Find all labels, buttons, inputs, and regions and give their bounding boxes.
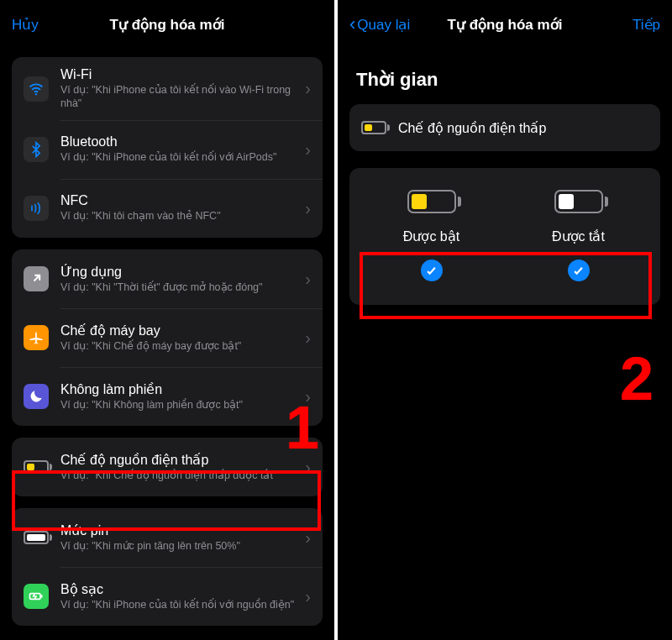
svg-point-0 [35,93,37,95]
wifi-icon [24,76,49,102]
chevron-right-icon: › [305,587,311,606]
row-subtitle: Ví dụ: "Khi iPhone của tôi kết nối với A… [60,151,300,165]
trigger-row-lowpower[interactable]: Chế độ nguồn điện thấp Ví dụ: "Khi Chế đ… [12,438,323,496]
battery-off-icon [554,190,603,213]
cancel-button[interactable]: Hủy [12,16,79,34]
row-title: Không làm phiền [60,381,300,397]
row-title: Chế độ nguồn điện thấp [398,120,648,136]
checkmark-icon [568,260,590,281]
trigger-group-modes: Ứng dụng Ví dụ: "Khi "Thời tiết" được mở… [12,249,323,426]
battery-on-icon [407,190,456,213]
bluetooth-icon [24,137,49,162]
option-on-label: Được bật [403,228,459,244]
trigger-row-wifi[interactable]: Wi-Fi Ví dụ: "Khi iPhone của tôi kết nối… [12,57,323,120]
trigger-row-charger[interactable]: Bộ sạc Ví dụ: "Khi iPhone của tôi kết nố… [12,567,323,626]
app-icon [24,266,49,291]
trigger-row-app[interactable]: Ứng dụng Ví dụ: "Khi "Thời tiết" được mở… [12,249,323,308]
chevron-right-icon: › [305,199,311,218]
moon-icon [24,384,49,409]
battery-low-icon [24,454,49,480]
trigger-row-bluetooth[interactable]: Bluetooth Ví dụ: "Khi iPhone của tôi kết… [12,120,323,179]
row-subtitle: Ví dụ: "Khi tôi chạm vào thẻ NFC" [60,210,300,223]
options-card: Được bật Được tắt [349,168,660,305]
row-title: NFC [60,193,300,208]
trigger-group-battery: Mức pin Ví dụ: "Khi mức pin tăng lên trê… [12,508,323,626]
chevron-right-icon: › [305,458,311,477]
annotation-step-number: 2 [620,344,654,413]
row-title: Bluetooth [60,134,300,150]
row-subtitle: Ví dụ: "Khi Chế độ nguồn điện thấp được … [60,470,300,483]
row-title: Wi-Fi [60,67,300,82]
checkmark-icon [421,260,443,281]
row-title: Chế độ nguồn điện thấp [60,452,300,468]
battery-low-icon [361,115,386,140]
row-title: Chế độ máy bay [60,323,300,338]
next-button[interactable]: Tiếp [593,16,660,34]
chevron-right-icon: › [305,140,311,160]
trigger-row-airplane[interactable]: Chế độ máy bay Ví dụ: "Khi Chế độ máy ba… [12,308,323,367]
chevron-left-icon: ‹ [349,15,355,34]
selected-trigger-card: Chế độ nguồn điện thấp [349,104,660,151]
row-subtitle: Ví dụ: "Khi Chế độ máy bay được bật" [60,340,300,354]
chevron-right-icon: › [305,328,311,348]
option-on[interactable]: Được bật [358,190,505,281]
back-button[interactable]: ‹ Quay lại [349,15,417,34]
navbar: ‹ Quay lại Tự động hóa mới Tiếp [338,0,672,49]
chevron-right-icon: › [305,528,311,548]
trigger-group-connectivity: Wi-Fi Ví dụ: "Khi iPhone của tôi kết nối… [12,57,323,238]
option-off-label: Được tắt [552,228,605,244]
section-title: Thời gian [338,49,672,104]
row-subtitle: Ví dụ: "Khi Không làm phiền được bật" [60,399,300,412]
option-off[interactable]: Được tắt [505,190,652,281]
trigger-row-dnd[interactable]: Không làm phiền Ví dụ: "Khi Không làm ph… [12,367,323,426]
navbar: Hủy Tự động hóa mới [0,0,334,49]
nfc-icon [24,196,49,221]
trigger-row-battery-level[interactable]: Mức pin Ví dụ: "Khi mức pin tăng lên trê… [12,508,323,567]
charger-icon [24,584,49,609]
row-subtitle: Ví dụ: "Khi "Thời tiết" được mở hoặc đón… [60,281,300,295]
row-title: Mức pin [60,522,300,538]
airplane-icon [24,325,49,350]
trigger-group-lowpower: Chế độ nguồn điện thấp Ví dụ: "Khi Chế đ… [12,438,323,496]
chevron-right-icon: › [305,270,311,289]
battery-icon [24,525,49,550]
row-title: Ứng dụng [60,264,300,280]
back-label: Quay lại [357,16,410,34]
chevron-right-icon: › [305,387,311,407]
row-subtitle: Ví dụ: "Khi mức pin tăng lên trên 50%" [60,540,300,553]
phone-step-2: ‹ Quay lại Tự động hóa mới Tiếp Thời gia… [338,0,672,640]
phone-step-1: Hủy Tự động hóa mới Wi-Fi Ví dụ: "Khi iP… [0,0,334,640]
chevron-right-icon: › [305,79,311,98]
row-subtitle: Ví dụ: "Khi iPhone của tôi kết nối với n… [60,599,300,612]
row-title: Bộ sạc [60,581,300,597]
row-subtitle: Ví dụ: "Khi iPhone của tôi kết nối vào W… [60,84,300,110]
trigger-row-nfc[interactable]: NFC Ví dụ: "Khi tôi chạm vào thẻ NFC" › [12,179,323,238]
selected-trigger-row: Chế độ nguồn điện thấp [349,104,660,151]
